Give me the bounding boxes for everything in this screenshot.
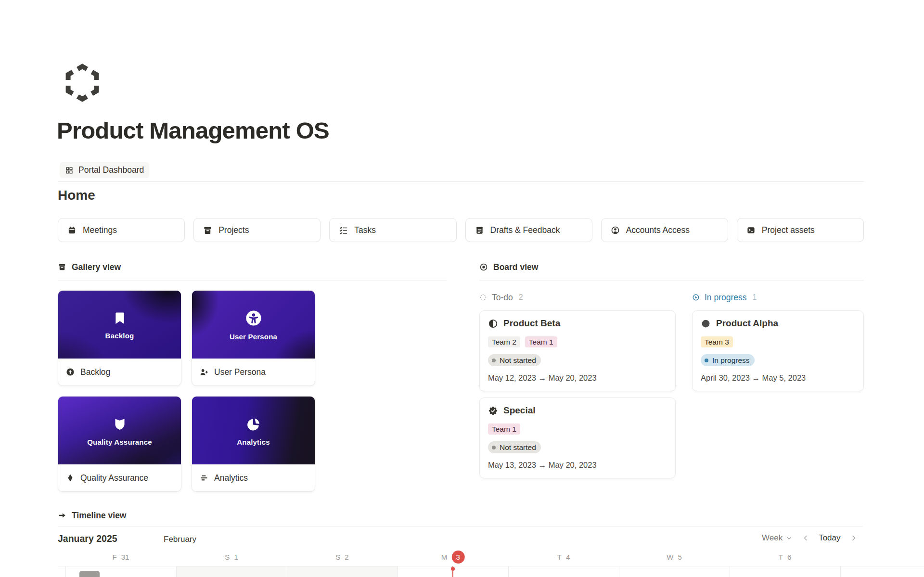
team-tag: Team 2 — [488, 336, 520, 347]
tab-portal-dashboard[interactable]: Portal Dashboard — [60, 162, 149, 178]
status-badge: Not started — [488, 354, 541, 366]
day-label: S 1 — [225, 550, 238, 564]
tag-row: Team 3 — [701, 336, 855, 347]
today-button[interactable]: Today — [819, 533, 840, 543]
column-name: To-do — [492, 293, 513, 303]
day-label: W 5 — [667, 550, 682, 564]
day-number: 1 — [234, 553, 238, 561]
board-column-in-progress: In progress 1 Product Alpha Team 3 — [692, 292, 864, 478]
nav-button-label: Drafts & Feedback — [490, 225, 560, 235]
board-card[interactable]: Special Team 1 Not started May 13, 2023 … — [479, 397, 676, 478]
gallery-card[interactable]: Quality Assurance Quality Assurance — [58, 396, 181, 492]
board-card[interactable]: Product Beta Team 2Team 1 Not started Ma… — [479, 310, 676, 391]
archive-icon — [58, 263, 66, 271]
nav-button[interactable]: Accounts Access — [601, 218, 728, 242]
day-label: T 6 — [779, 550, 792, 564]
timeline-view-header[interactable]: Timeline view — [58, 508, 126, 523]
board-card[interactable]: Product Alpha Team 3 In progress April 3… — [692, 310, 864, 391]
circle-dashed-icon — [479, 294, 487, 301]
timeline-controls: Week Today — [762, 533, 858, 543]
day-number: 4 — [566, 553, 570, 561]
cover-title: Quality Assurance — [87, 438, 152, 446]
day-label: M 3 — [441, 550, 465, 564]
nav-button-label: Meetings — [83, 225, 117, 235]
contrast-icon — [488, 319, 498, 329]
person-icon — [244, 309, 263, 327]
arrow-right-icon — [58, 511, 66, 520]
circle-up-icon — [65, 367, 75, 377]
day-number: 3 — [451, 551, 464, 564]
gallery-divider — [58, 281, 447, 281]
day-label: T 4 — [557, 550, 570, 564]
cover-title: Backlog — [105, 332, 134, 340]
grid-icon — [65, 166, 74, 175]
timeline-item-chip[interactable] — [79, 571, 100, 577]
board-column-todo: To-do 2 Product Beta Team 2Team 1 — [479, 292, 676, 478]
tag-row: Team 2Team 1 — [488, 336, 667, 347]
gallery-card[interactable]: User Persona User Persona — [192, 290, 315, 386]
gallery-card-footer: User Persona — [192, 359, 315, 385]
tab-label: Portal Dashboard — [78, 165, 144, 175]
day-number: 6 — [787, 553, 791, 561]
pie-icon — [245, 415, 262, 433]
circle-play-icon — [692, 294, 700, 301]
meetings-icon — [67, 226, 77, 235]
column-count: 1 — [753, 293, 757, 302]
status-badge: Not started — [488, 441, 541, 453]
board-view-section: Board view To-do 2 Product Beta Team 2Te… — [479, 260, 864, 478]
day-number: 2 — [345, 553, 348, 561]
column-header-in-progress[interactable]: In progress 1 — [692, 292, 864, 303]
gallery-card-cover: Analytics — [192, 397, 315, 464]
gallery-card-cover: User Persona — [192, 291, 315, 359]
timeline-next-month-label: February — [164, 535, 196, 544]
workspace-logo-hexagon — [63, 64, 102, 102]
gallery-view-label: Gallery view — [72, 262, 121, 272]
tag-row: Team 1 — [488, 423, 667, 435]
nav-button[interactable]: Project assets — [737, 218, 864, 242]
timeline-day-labels: F 31 S 1 S 2 M 3 T 4 W 5 T 6 — [0, 550, 924, 564]
card-title: Product Beta — [503, 318, 560, 329]
gallery-card-title: User Persona — [214, 367, 266, 377]
status-badge: In progress — [701, 354, 755, 366]
gallery-card-footer: Analytics — [192, 464, 315, 491]
prev-period-button[interactable] — [802, 534, 809, 542]
circle-filled-icon — [701, 319, 711, 329]
view-mode-dropdown[interactable]: Week — [762, 533, 793, 543]
day-label: F 31 — [113, 550, 129, 564]
card-title: Product Alpha — [716, 318, 778, 329]
page-title: Product Management OS — [57, 117, 329, 144]
nav-button[interactable]: Projects — [193, 218, 321, 242]
nav-button-label: Project assets — [762, 225, 815, 235]
date-range: April 30, 2023 → May 5, 2023 — [701, 373, 855, 383]
next-period-button[interactable] — [850, 534, 858, 542]
header-divider — [58, 181, 864, 182]
nav-button[interactable]: Meetings — [58, 218, 185, 242]
tasks-icon — [339, 226, 348, 235]
board-view-header[interactable]: Board view — [479, 260, 864, 274]
nav-button[interactable]: Tasks — [329, 218, 456, 242]
chevron-right-icon — [850, 534, 858, 542]
team-tag: Team 1 — [525, 336, 557, 347]
cover-title: User Persona — [230, 333, 277, 341]
column-header-todo[interactable]: To-do 2 — [479, 292, 676, 303]
team-tag: Team 1 — [488, 423, 520, 435]
gallery-card-cover: Quality Assurance — [58, 397, 181, 464]
column-name: In progress — [705, 293, 747, 303]
day-number: 31 — [121, 553, 129, 561]
nav-button-label: Accounts Access — [626, 225, 690, 235]
section-title: Home — [58, 188, 95, 203]
bars-icon — [199, 473, 209, 483]
timeline-month-label: January 2025 — [58, 533, 117, 544]
projects-icon — [203, 226, 212, 235]
gallery-card[interactable]: Analytics Analytics — [192, 396, 315, 492]
board-view-label: Board view — [493, 262, 538, 272]
gallery-card[interactable]: Backlog Backlog — [58, 290, 181, 386]
gallery-card-title: Quality Assurance — [80, 473, 148, 483]
gallery-view-header[interactable]: Gallery view — [58, 260, 447, 274]
team-tag: Team 3 — [701, 336, 733, 347]
bookmark-icon — [112, 310, 128, 326]
disc-icon — [479, 263, 488, 271]
status-dot-icon — [492, 446, 496, 449]
nav-button[interactable]: Drafts & Feedback — [465, 218, 592, 242]
board-divider — [479, 281, 864, 281]
